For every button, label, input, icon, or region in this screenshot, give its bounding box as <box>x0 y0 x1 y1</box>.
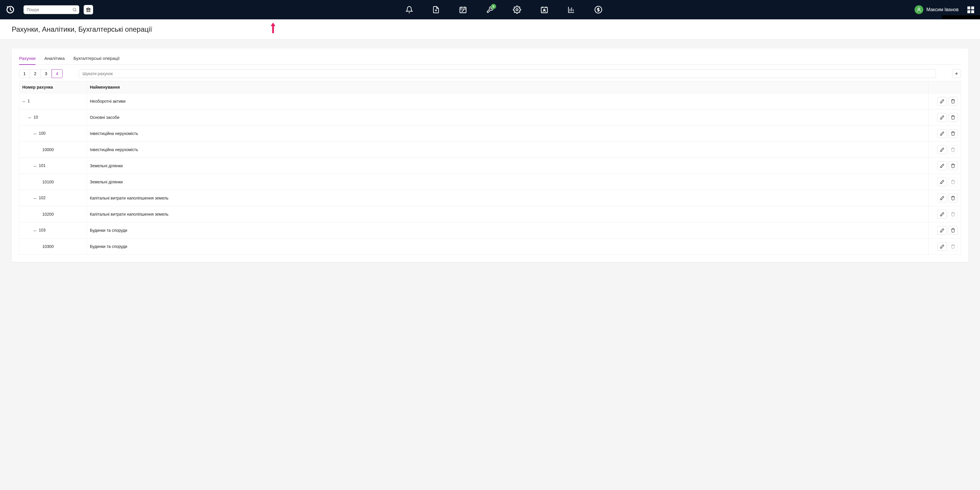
contact-calendar-icon[interactable] <box>540 6 549 14</box>
account-name: Капітальні витрати наполіпшення земель <box>87 206 929 222</box>
accounts-table: Номер рахунка Найменування –1Необоротні … <box>19 81 961 255</box>
account-name: Будинки та споруди <box>87 239 929 255</box>
edit-button[interactable] <box>937 162 947 170</box>
page-title: Рахунки, Аналітики, Бухгалтерські операц… <box>12 25 968 33</box>
logo-icon[interactable] <box>6 5 15 14</box>
nav-center: 5 <box>97 6 910 14</box>
account-number: 102 <box>39 195 46 200</box>
account-number: 10300 <box>42 244 54 249</box>
page-buttons: 1234 <box>19 69 62 78</box>
account-name: Земельні ділянки <box>87 174 929 190</box>
svg-point-5 <box>543 9 545 11</box>
bank-button[interactable] <box>84 5 93 14</box>
delete-button[interactable] <box>948 193 958 203</box>
delete-button[interactable] <box>948 226 958 235</box>
account-number: 103 <box>39 228 46 232</box>
edit-button[interactable] <box>937 193 947 203</box>
account-name: Інвестиційна нерухомість <box>87 142 929 158</box>
collapse-icon[interactable]: – <box>22 98 25 104</box>
new-document-icon[interactable] <box>432 6 440 14</box>
table-row: –100Інвестиційна нерухомість <box>19 125 961 142</box>
table-row: 10300Будинки та споруди <box>19 239 961 255</box>
page-btn-2[interactable]: 2 <box>30 69 41 78</box>
tabs: РахункиАналітикаБухгалтерські операції <box>19 56 961 65</box>
table-row: 10100Земельні ділянки <box>19 174 961 190</box>
add-button[interactable] <box>952 69 961 78</box>
redacted-bar <box>942 15 980 19</box>
page-header: Рахунки, Аналітики, Бухгалтерські операц… <box>0 19 980 40</box>
account-name: Необоротні активи <box>87 93 929 109</box>
account-name: Капітальні витрати наполіпшення земель <box>87 190 929 206</box>
arrow-up-indicator <box>269 22 277 35</box>
account-number: 1 <box>28 98 30 103</box>
search-icon <box>72 7 77 13</box>
edit-button[interactable] <box>937 145 947 154</box>
svg-point-7 <box>918 8 920 10</box>
collapse-icon[interactable]: – <box>33 163 37 168</box>
account-number: 100 <box>39 131 46 136</box>
table-row: –1Необоротні активи <box>19 93 961 109</box>
account-number: 10200 <box>42 212 54 217</box>
toolbar: 1234 <box>19 69 961 78</box>
calendar-check-icon[interactable] <box>459 6 467 14</box>
svg-point-1 <box>73 8 76 11</box>
apps-grid-icon[interactable] <box>967 6 974 13</box>
edit-button[interactable] <box>937 97 947 106</box>
wrench-badge: 5 <box>491 4 496 9</box>
delete-button <box>948 178 958 186</box>
table-row: –102Капітальні витрати наполіпшення земе… <box>19 190 961 206</box>
page-btn-3[interactable]: 3 <box>41 69 52 78</box>
tab-1[interactable]: Аналітика <box>45 56 65 65</box>
tab-2[interactable]: Бухгалтерські операції <box>73 56 119 65</box>
delete-button[interactable] <box>948 162 958 170</box>
delete-button <box>948 145 958 154</box>
table-row: 10000Інвестиційна нерухомість <box>19 142 961 158</box>
notifications-icon[interactable] <box>406 6 413 14</box>
collapse-icon[interactable]: – <box>28 115 31 120</box>
edit-button[interactable] <box>937 129 947 138</box>
user-name: Максим Іванов <box>926 7 959 12</box>
edit-button[interactable] <box>937 226 947 235</box>
account-number: 10 <box>33 115 38 119</box>
currency-icon[interactable] <box>594 6 603 14</box>
content-card: РахункиАналітикаБухгалтерські операції 1… <box>12 48 968 262</box>
filter-input[interactable] <box>79 69 936 78</box>
chart-icon[interactable] <box>568 6 575 14</box>
settings-icon[interactable] <box>513 6 521 14</box>
edit-button[interactable] <box>937 113 947 122</box>
account-name: Основні засоби <box>87 109 929 125</box>
collapse-icon[interactable]: – <box>33 195 37 201</box>
page-btn-4[interactable]: 4 <box>52 69 62 78</box>
wrench-icon[interactable]: 5 <box>486 6 494 14</box>
table-row: –103Будинки та споруди <box>19 222 961 239</box>
collapse-icon[interactable]: – <box>33 228 37 233</box>
global-search <box>24 5 79 14</box>
table-row: –101Земельні ділянки <box>19 158 961 174</box>
edit-button[interactable] <box>937 210 947 219</box>
table-row: –10Основні засоби <box>19 109 961 125</box>
delete-button[interactable] <box>948 113 958 122</box>
svg-rect-2 <box>460 7 466 13</box>
filter-container <box>79 69 936 78</box>
account-number: 10100 <box>42 179 54 184</box>
user-menu[interactable]: Максим Іванов <box>915 5 959 14</box>
delete-button[interactable] <box>948 129 958 138</box>
account-number: 101 <box>39 163 46 168</box>
edit-button[interactable] <box>937 242 947 251</box>
tab-0[interactable]: Рахунки <box>19 56 35 65</box>
svg-point-3 <box>516 9 518 11</box>
edit-button[interactable] <box>937 178 947 186</box>
delete-button <box>948 210 958 219</box>
th-name: Найменування <box>87 81 929 93</box>
page-btn-1[interactable]: 1 <box>19 69 30 78</box>
avatar <box>915 5 923 14</box>
delete-button[interactable] <box>948 97 958 106</box>
account-name: Земельні ділянки <box>87 158 929 174</box>
th-number: Номер рахунка <box>19 81 87 93</box>
collapse-icon[interactable]: – <box>33 131 37 136</box>
account-name: Інвестиційна нерухомість <box>87 125 929 142</box>
topbar: 5 <box>0 0 980 19</box>
account-name: Будинки та споруди <box>87 222 929 239</box>
table-row: 10200Капітальні витрати наполіпшення зем… <box>19 206 961 222</box>
search-input[interactable] <box>24 5 79 14</box>
